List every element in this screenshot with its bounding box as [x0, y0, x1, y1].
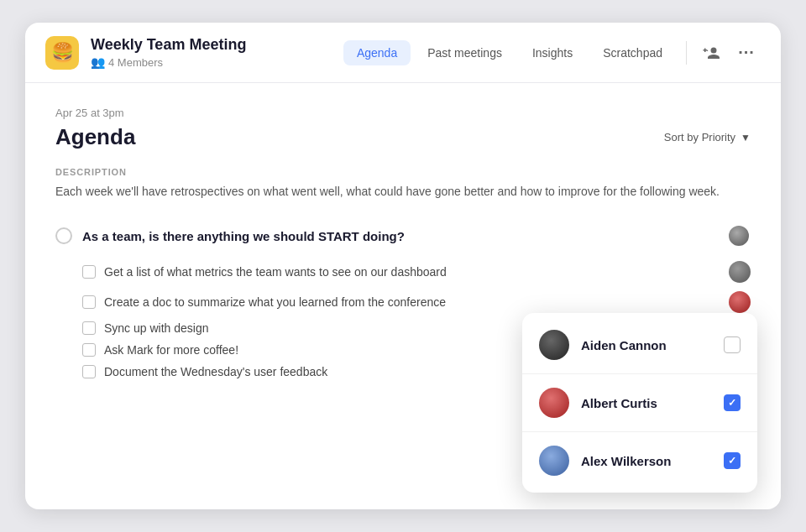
- sub-item-text: Get a list of what metrics the team want…: [104, 265, 720, 279]
- header: 🍔 Weekly Team Meeting 👥 4 Members Agenda…: [25, 23, 781, 83]
- checkbox[interactable]: [82, 343, 96, 357]
- app-title: Weekly Team Meeting: [91, 36, 246, 54]
- avatar: [727, 224, 751, 248]
- members-count: 👥 4 Members: [91, 55, 246, 69]
- more-options-button[interactable]: ···: [732, 39, 761, 67]
- avatar: [539, 330, 569, 360]
- nav-divider: [686, 41, 687, 65]
- member-name: Alex Wilkerson: [581, 454, 712, 468]
- main-card: 🍔 Weekly Team Meeting 👥 4 Members Agenda…: [25, 23, 781, 509]
- avatar: [729, 291, 751, 313]
- checkbox[interactable]: [82, 321, 96, 335]
- avatar: [729, 261, 751, 283]
- dropdown-member-0[interactable]: Aiden Cannon: [522, 320, 757, 370]
- agenda-header: Agenda Sort by Priority ▼: [55, 124, 751, 150]
- agenda-main-text: As a team, is there anything we should S…: [82, 229, 717, 243]
- radio-circle[interactable]: [55, 227, 72, 244]
- tab-scratchpad[interactable]: Scratchpad: [589, 40, 676, 65]
- agenda-title: Agenda: [55, 124, 135, 150]
- tab-past-meetings[interactable]: Past meetings: [414, 40, 516, 65]
- member-name: Aiden Cannon: [581, 338, 712, 352]
- dropdown-member-1[interactable]: Albert Curtis: [522, 378, 757, 428]
- tab-agenda[interactable]: Agenda: [343, 40, 411, 65]
- dropdown-divider: [522, 431, 757, 432]
- avatar-stack: [727, 224, 751, 248]
- content-area: Apr 25 at 3pm Agenda Sort by Priority ▼ …: [25, 83, 781, 509]
- sort-button[interactable]: Sort by Priority ▼: [664, 131, 751, 143]
- dropdown-divider: [522, 373, 757, 374]
- more-icon: ···: [738, 43, 755, 62]
- meeting-date: Apr 25 at 3pm: [55, 107, 751, 119]
- member-checkbox-2[interactable]: [724, 452, 741, 469]
- header-actions: ···: [697, 39, 761, 67]
- chevron-down-icon: ▼: [741, 132, 751, 143]
- checkbox[interactable]: [82, 265, 96, 279]
- list-item: Get a list of what metrics the team want…: [82, 261, 751, 283]
- add-member-button[interactable]: [697, 39, 725, 67]
- assignee-dropdown: Aiden Cannon Albert Curtis Alex Wilkerso…: [522, 313, 757, 493]
- avatar: [539, 446, 569, 476]
- agenda-item-main: As a team, is there anything we should S…: [55, 224, 751, 248]
- header-title-block: Weekly Team Meeting 👥 4 Members: [91, 36, 246, 69]
- sub-item-text: Create a doc to summarize what you learn…: [104, 295, 720, 309]
- description-text: Each week we'll have retrospectives on w…: [55, 182, 751, 201]
- dropdown-member-2[interactable]: Alex Wilkerson: [522, 436, 757, 486]
- list-item: Create a doc to summarize what you learn…: [82, 291, 751, 313]
- checkbox[interactable]: [82, 365, 96, 378]
- header-nav: Agenda Past meetings Insights Scratchpad…: [343, 39, 761, 67]
- avatar: [539, 388, 569, 418]
- description-label: DESCRIPTION: [55, 167, 751, 177]
- members-icon: 👥: [91, 55, 105, 69]
- member-checkbox-0[interactable]: [724, 336, 741, 353]
- add-member-icon: [703, 44, 720, 61]
- app-icon: 🍔: [45, 36, 79, 70]
- checkbox[interactable]: [82, 295, 96, 309]
- member-checkbox-1[interactable]: [724, 394, 741, 411]
- tab-insights[interactable]: Insights: [519, 40, 586, 65]
- member-name: Albert Curtis: [581, 396, 712, 410]
